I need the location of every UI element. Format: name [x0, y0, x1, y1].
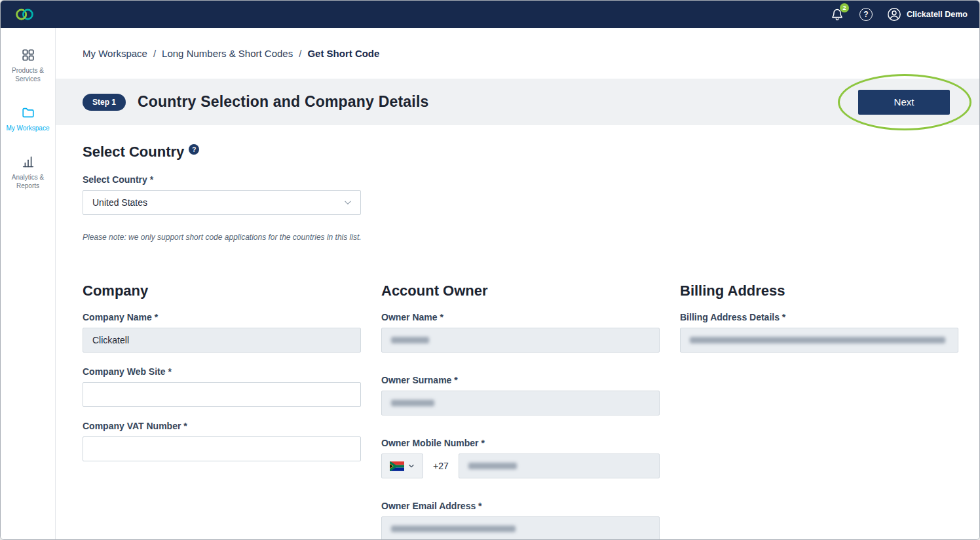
grid-icon: [21, 48, 35, 62]
step-header: Step 1 Country Selection and Company Det…: [56, 79, 979, 125]
country-code-select[interactable]: [381, 453, 423, 478]
clickatell-logo-icon: [15, 7, 35, 22]
breadcrumb-separator: /: [153, 48, 156, 59]
sidebar-item-my-workspace[interactable]: My Workspace: [1, 106, 55, 132]
breadcrumb-long-numbers-short-codes[interactable]: Long Numbers & Short Codes: [162, 48, 293, 59]
breadcrumb-my-workspace[interactable]: My Workspace: [83, 48, 147, 59]
form-content: Select Country ? Select Country * United…: [56, 125, 979, 539]
owner-name-field[interactable]: [381, 328, 660, 353]
breadcrumb-current-page: Get Short Code: [307, 48, 379, 59]
sidebar-item-label: My Workspace: [7, 124, 50, 132]
notification-badge: 2: [840, 3, 849, 12]
billing-address-label: Billing Address Details *: [680, 312, 958, 322]
breadcrumb: My Workspace / Long Numbers & Short Code…: [83, 48, 379, 59]
redacted-value: [468, 463, 517, 469]
owner-surname-field[interactable]: [381, 391, 660, 415]
country-help-icon[interactable]: ?: [189, 144, 199, 155]
sidebar-item-label: Analytics & Reports: [7, 173, 50, 190]
billing-address-heading: Billing Address: [680, 282, 958, 299]
app-window: 2 ? Clickatell Demo: [0, 0, 980, 540]
owner-mobile-label: Owner Mobile Number *: [381, 438, 660, 448]
dial-code-label: +27: [433, 461, 449, 471]
chevron-down-icon: [343, 198, 352, 207]
south-africa-flag-icon: [390, 461, 404, 471]
topbar-actions: 2 ? Clickatell Demo: [829, 7, 968, 22]
country-select[interactable]: United States: [83, 190, 361, 215]
owner-email-label: Owner Email Address *: [381, 501, 660, 511]
sidebar: Products & Services My Workspace Analyti…: [1, 28, 56, 539]
owner-email-field[interactable]: [381, 516, 660, 539]
next-button[interactable]: Next: [858, 90, 950, 115]
user-name-label: Clickatell Demo: [907, 10, 968, 19]
step-badge: Step 1: [83, 94, 126, 111]
billing-address-field[interactable]: [680, 328, 958, 353]
company-heading: Company: [83, 282, 361, 299]
country-select-value: United States: [92, 197, 147, 208]
redacted-value: [690, 337, 945, 343]
account-owner-section: Account Owner Owner Name * Owner Surname…: [381, 282, 660, 539]
sidebar-item-label: Products & Services: [7, 66, 50, 83]
page-title: Country Selection and Company Details: [138, 93, 428, 111]
owner-surname-label: Owner Surname *: [381, 375, 660, 385]
company-section: Company Company Name * Clickatell Compan…: [83, 282, 361, 539]
user-avatar-icon: [887, 7, 901, 22]
folder-icon: [21, 106, 35, 120]
select-country-label: Select Country *: [83, 174, 979, 185]
company-name-label: Company Name *: [83, 312, 361, 322]
breadcrumb-separator: /: [299, 48, 301, 59]
breadcrumb-bar: My Workspace / Long Numbers & Short Code…: [56, 28, 979, 79]
owner-mobile-field[interactable]: [459, 453, 660, 478]
bar-chart-icon: [21, 155, 35, 169]
company-vat-field[interactable]: [83, 436, 361, 461]
topbar: 2 ? Clickatell Demo: [1, 1, 979, 28]
redacted-value: [391, 526, 516, 532]
owner-name-label: Owner Name *: [381, 312, 660, 322]
main-content: My Workspace / Long Numbers & Short Code…: [56, 28, 979, 539]
redacted-value: [391, 337, 429, 343]
select-country-heading: Select Country: [83, 144, 184, 161]
billing-address-section: Billing Address Billing Address Details …: [680, 282, 958, 539]
country-note: Please note: we only support short code …: [83, 233, 979, 242]
company-website-label: Company Web Site *: [83, 366, 361, 377]
sidebar-item-products-services[interactable]: Products & Services: [1, 48, 55, 83]
sidebar-item-analytics-reports[interactable]: Analytics & Reports: [1, 155, 55, 190]
company-name-field[interactable]: Clickatell: [83, 328, 361, 353]
company-vat-label: Company VAT Number *: [83, 421, 361, 431]
company-website-field[interactable]: [83, 382, 361, 407]
company-name-value: Clickatell: [92, 335, 129, 345]
redacted-value: [391, 400, 434, 406]
help-icon: ?: [859, 8, 873, 21]
chevron-down-icon: [408, 463, 415, 469]
notifications-button[interactable]: 2: [829, 7, 845, 22]
account-owner-heading: Account Owner: [381, 282, 660, 299]
help-button[interactable]: ?: [858, 7, 874, 22]
owner-mobile-row: +27: [381, 453, 660, 478]
user-menu[interactable]: Clickatell Demo: [887, 7, 968, 22]
